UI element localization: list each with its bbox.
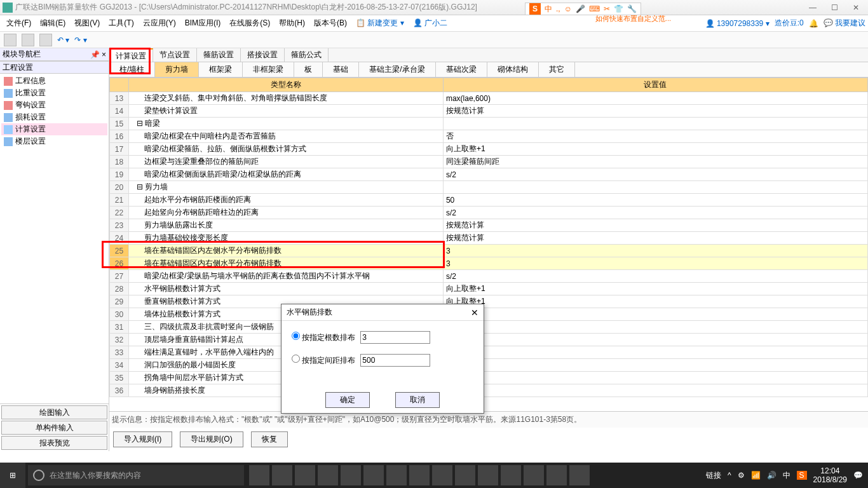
dialog-close-icon[interactable]: ✕ [471, 308, 478, 318]
tree-node[interactable]: 工程信息 [1, 75, 107, 87]
tree-node[interactable]: 损耗设置 [1, 111, 107, 123]
app-icon[interactable] [501, 465, 521, 485]
ime-kb-icon[interactable]: ⌨ [589, 4, 600, 13]
grid-row[interactable]: 31三、四级抗震及非抗震时竖向一级钢筋 [110, 321, 868, 334]
notification-icon[interactable]: 💬 [853, 471, 863, 480]
app-icon[interactable] [295, 465, 315, 485]
ime-icon[interactable]: 中 [783, 470, 790, 481]
grid-row[interactable]: 20⊟ 剪力墙 [110, 181, 868, 194]
app-icon[interactable] [341, 465, 361, 485]
taskview-icon[interactable] [249, 465, 269, 485]
tray-up-icon[interactable]: ^ [728, 471, 731, 480]
subtab-7[interactable]: 基础次梁 [436, 62, 487, 77]
subtab-0[interactable]: 柱/墙柱 [109, 62, 155, 77]
grid-row[interactable]: 32顶层墙身垂直筋锚固计算起点 [110, 334, 868, 346]
ime-tool-icon[interactable]: 🔧 [627, 4, 637, 13]
app-icon[interactable] [272, 465, 292, 485]
ime-s-icon[interactable]: S [797, 471, 807, 480]
settings-grid[interactable]: 类型名称 设置值 13连梁交叉斜筋、集中对角斜筋、对角暗撑纵筋锚固长度max(l… [109, 78, 868, 397]
minimize-button[interactable]: — [803, 3, 822, 12]
new-icon[interactable] [4, 34, 17, 46]
suggest-button[interactable]: 💬 我要建议 [824, 18, 865, 29]
subtab-3[interactable]: 非框架梁 [243, 62, 294, 77]
app-icon[interactable] [478, 465, 498, 485]
tab-1[interactable]: 节点设置 [153, 48, 197, 62]
grid-row[interactable]: 25墙在基础锚固区内左侧水平分布钢筋排数3 [110, 245, 868, 257]
subtab-4[interactable]: 板 [294, 62, 323, 77]
ime-mic-icon[interactable]: 🎤 [576, 4, 585, 13]
ime-emoji-icon[interactable]: ☺ [564, 4, 572, 13]
grid-row[interactable]: 21起始水平分布钢筋距楼面的距离50 [110, 194, 868, 207]
ime-punct[interactable]: ., [556, 4, 560, 13]
bell-icon[interactable]: 🔔 [809, 19, 818, 28]
subtab-2[interactable]: 框架梁 [199, 62, 243, 77]
subtab-6[interactable]: 基础主梁/承台梁 [359, 62, 435, 77]
grid-row[interactable]: 26墙在基础锚固区内右侧水平分布钢筋排数3 [110, 257, 868, 270]
menu-online[interactable]: 在线服务(S) [226, 17, 274, 30]
menu-file[interactable]: 文件(F) [3, 17, 35, 30]
start-button[interactable]: ⊞ [0, 463, 25, 488]
app-icon[interactable] [524, 465, 544, 485]
grid-row[interactable]: 13连梁交叉斜筋、集中对角斜筋、对角暗撑纵筋锚固长度max(lae,600) [110, 92, 868, 105]
ie-icon[interactable] [386, 465, 407, 485]
save-icon[interactable] [39, 34, 52, 46]
undo-button[interactable]: ↶ ▾ [57, 36, 69, 44]
menu-cloud[interactable]: 云应用(Y) [139, 17, 180, 30]
tree-node[interactable]: 比重设置 [1, 87, 107, 99]
close-button[interactable]: ✕ [846, 3, 865, 12]
grid-row[interactable]: 18边框梁与连梁重叠部位的箍筋间距同连梁箍筋间距 [110, 156, 868, 168]
app-icon[interactable] [432, 465, 452, 485]
grid-row[interactable]: 27暗梁/边框梁/梁纵筋与墙水平钢筋的距离在数值范围内不计算水平钢s/2 [110, 270, 868, 283]
subtab-8[interactable]: 砌体结构 [487, 62, 539, 77]
grid-row[interactable]: 35拐角墙中间层水平筋计算方式 [110, 372, 868, 384]
menu-edit[interactable]: 编辑(E) [36, 17, 69, 30]
app-icon[interactable] [569, 465, 590, 485]
tab-3[interactable]: 搭接设置 [241, 48, 285, 62]
tab-2[interactable]: 箍筋设置 [197, 48, 241, 62]
explorer-icon[interactable] [409, 465, 430, 485]
grid-row[interactable]: 16暗梁/边框梁在中间暗柱内是否布置箍筋否 [110, 130, 868, 143]
open-icon[interactable] [22, 34, 34, 46]
user-label[interactable]: 广小二 [424, 18, 447, 27]
edge-icon[interactable] [318, 465, 338, 485]
grid-row[interactable]: 30墙体拉筋根数计算方式 [110, 308, 868, 321]
tree-node[interactable]: 计算设置 [1, 123, 107, 135]
grid-row[interactable]: 29垂直钢筋根数计算方式向上取整+1 [110, 295, 868, 308]
subtab-1[interactable]: 剪力墙 [155, 62, 199, 77]
ime-skin-icon[interactable]: 👕 [614, 4, 623, 13]
export-rule-button[interactable]: 导出规则(O) [180, 431, 243, 447]
subtab-5[interactable]: 基础 [323, 62, 359, 77]
redo-button[interactable]: ↷ ▾ [74, 36, 86, 44]
link-label[interactable]: 链接 [706, 470, 721, 481]
tray-icon[interactable]: ⚙ [738, 471, 745, 480]
pin-icon[interactable]: 📌 × [90, 50, 106, 59]
count-input[interactable] [360, 331, 430, 344]
ad-text[interactable]: 如何快速布置自定义范... [595, 14, 671, 24]
maximize-button[interactable]: ☐ [825, 3, 844, 12]
clock[interactable]: 12:042018/8/29 [813, 466, 847, 484]
grid-row[interactable]: 17暗梁/边框梁箍筋、拉筋、侧面纵筋根数计算方式向上取整+1 [110, 143, 868, 156]
grid-row[interactable]: 22起始竖向分布钢筋距暗柱边的距离s/2 [110, 207, 868, 219]
subtab-9[interactable]: 其它 [539, 62, 575, 77]
tab-4[interactable]: 箍筋公式 [285, 48, 329, 62]
volume-icon[interactable]: 🔊 [767, 471, 776, 480]
tray-icon[interactable]: 📶 [751, 471, 761, 480]
tree-header[interactable]: 工程设置 [0, 61, 109, 74]
grid-row[interactable]: 19暗梁/边框梁侧面纵筋距暗梁/边框梁纵筋的距离s/2 [110, 168, 868, 181]
spacing-input[interactable] [360, 354, 430, 367]
ime-toolbar[interactable]: S 中 ., ☺ 🎤 ⌨ ✂ 👕 🔧 [525, 3, 641, 15]
ime-cut-icon[interactable]: ✂ [604, 4, 610, 13]
grid-row[interactable]: 23剪力墙纵筋露出长度按规范计算 [110, 219, 868, 232]
phone-label[interactable]: 👤 13907298339 ▾ [705, 19, 770, 28]
grid-row[interactable]: 28水平钢筋根数计算方式向上取整+1 [110, 283, 868, 295]
tree-node[interactable]: 楼层设置 [1, 135, 107, 147]
ime-lang[interactable]: 中 [545, 4, 552, 15]
tab-0[interactable]: 计算设置 [109, 48, 153, 62]
grid-row[interactable]: 33端柱满足直锚时，水平筋伸入端柱内的 [110, 346, 868, 359]
draw-input-button[interactable]: 绘图输入 [1, 405, 107, 419]
report-preview-button[interactable]: 报表预览 [1, 436, 107, 450]
tree-node[interactable]: 弯钩设置 [1, 99, 107, 111]
grid-row[interactable]: 24剪力墙基础铰接变形长度按规范计算 [110, 232, 868, 245]
grid-row[interactable]: 36墙身钢筋搭接长度 [110, 384, 868, 397]
menu-version[interactable]: 版本号(B) [310, 17, 351, 30]
